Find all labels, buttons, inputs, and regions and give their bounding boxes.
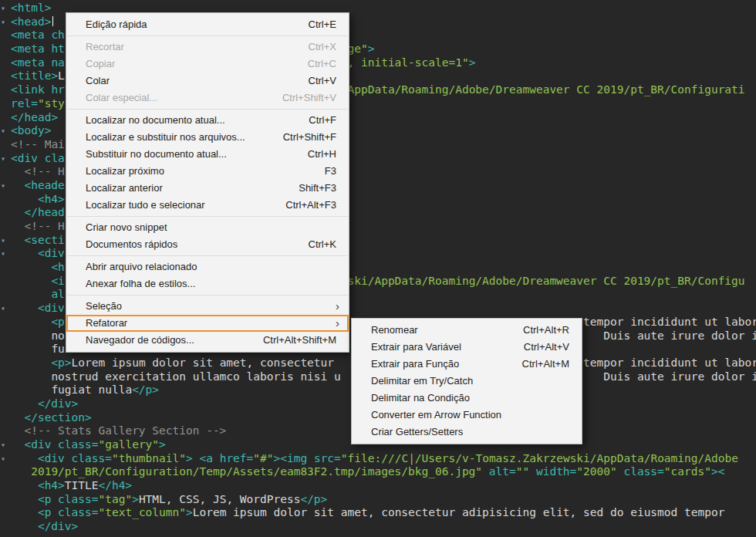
code-token: "" [516, 465, 529, 478]
fold-arrow-icon[interactable]: ▾ [1, 17, 5, 27]
menu-item-label: Localizar próximo [86, 163, 164, 180]
submenu-item-renomear[interactable]: RenomearCtrl+Alt+R [352, 322, 582, 339]
code-token: <div [38, 247, 65, 259]
code-line[interactable]: ▾<div class="thumbnail"> <a href="#"><im… [0, 452, 756, 466]
code-token: </p> [132, 383, 159, 396]
menu-item-refatorar[interactable]: Refatorar› [66, 315, 349, 332]
code-token: <!-- H [24, 165, 64, 177]
code-token: "tag" [99, 493, 133, 505]
menu-item-shortcut: F3 [325, 163, 336, 180]
code-token: <h [51, 261, 64, 273]
code-token: class= [58, 506, 98, 518]
submenu-item-criar-getters-setters[interactable]: Criar Getters/Setters [352, 424, 582, 441]
fold-arrow-icon[interactable]: ▾ [1, 3, 5, 13]
code-run: <div class="thumbnail"> <a href="#"><img… [38, 452, 738, 466]
code-run: <div [38, 247, 65, 261]
submenu-item-extrair-para-funcao[interactable]: Extrair para FunçãoCtrl+Alt+M [352, 356, 582, 373]
code-run: <secti [24, 234, 64, 248]
code-run: ski/AppData/Roaming/Adobe/Dreamweaver CC… [348, 275, 745, 289]
code-token: class= [58, 438, 98, 451]
menu-item-anexar-folha-de-estilos[interactable]: Anexar folha de estilos... [66, 275, 349, 292]
menu-item-documentos-rapidos[interactable]: Documentos rápidosCtrl+K [66, 236, 349, 253]
code-token: </head [24, 206, 64, 218]
menu-item-abrir-arquivo-relacionado[interactable]: Abrir arquivo relacionado [66, 258, 349, 275]
refactor-submenu: RenomearCtrl+Alt+RExtrair para VariávelC… [351, 318, 582, 444]
code-token: </section> [24, 411, 91, 424]
code-token: src= [314, 452, 341, 464]
code-token: "file:///C|/Users/v-Tomasz.Zakrzewski/Ap… [341, 452, 738, 464]
menu-item-shortcut: Ctrl+Alt+Shift+M [263, 332, 336, 349]
menu-item-selecao[interactable]: Seleção› [66, 298, 349, 315]
code-run: <p>Lorem ipsum dolor sit amet, consectet… [51, 356, 340, 370]
menu-item-localizar-tudo-e-selecionar[interactable]: Localizar tudo e selecionarCtrl+Alt+F3 [66, 197, 349, 214]
code-token: AppData/Roaming/Adobe/Dreamweaver CC 201… [348, 83, 745, 96]
menu-item-label: Delimitar na Condição [371, 390, 470, 407]
code-token: fu [51, 343, 64, 355]
menu-item-criar-novo-snippet[interactable]: Criar novo snippet [66, 219, 349, 236]
menu-item-localizar-anterior[interactable]: Localizar anteriorShift+F3 [66, 180, 349, 197]
submenu-item-extrair-para-variavel[interactable]: Extrair para VariávelCtrl+Alt+V [352, 339, 582, 356]
code-run: <p [51, 316, 64, 329]
menu-item-label: Criar Getters/Setters [371, 424, 463, 441]
code-token: <title> [11, 69, 58, 82]
code-run: , initial-scale=1"> [348, 56, 476, 70]
code-token: "gallery" [99, 438, 160, 451]
code-run: <body> [11, 124, 51, 138]
menu-item-shortcut: Ctrl+X [309, 39, 336, 56]
fold-arrow-icon[interactable]: ▾ [1, 235, 5, 245]
menu-item-label: Localizar no documento atual... [86, 112, 225, 129]
code-token: "sty [38, 97, 65, 110]
code-run: </head> [11, 111, 58, 125]
submenu-item-delimitar-em-try-catch[interactable]: Delimitar em Try/Catch [352, 373, 582, 390]
menu-item-localizar-e-substituir-nos-arquivos[interactable]: Localizar e substituir nos arquivos...Ct… [66, 129, 349, 146]
code-token: <head> [11, 15, 51, 28]
menu-item-edicao-rapida[interactable]: Edição rápidaCtrl+E [66, 16, 349, 33]
code-token: <!-- Stats Gallery Section --> [24, 424, 226, 437]
code-line[interactable]: <p class="tag">HTML, CSS, JS, WordPress<… [0, 493, 756, 507]
fold-arrow-icon[interactable]: ▾ [1, 303, 5, 313]
menu-item-localizar-no-documento-atual[interactable]: Localizar no documento atual...Ctrl+F [66, 112, 349, 129]
fold-arrow-icon[interactable]: ▾ [1, 454, 5, 464]
submenu-item-converter-em-arrow-function[interactable]: Converter em Arrow Function [352, 407, 582, 424]
code-line[interactable]: <h4>TITLE</h4> [0, 479, 756, 493]
code-token: > [159, 438, 166, 451]
code-token: <a [199, 452, 219, 464]
code-token: > [186, 506, 193, 518]
fold-arrow-icon[interactable]: ▾ [1, 181, 5, 191]
fold-arrow-icon[interactable]: ▾ [1, 440, 5, 450]
code-token: <p [51, 316, 64, 328]
menu-item-label: Localizar tudo e selecionar [86, 197, 205, 214]
menu-item-shortcut: Ctrl+K [309, 236, 336, 253]
code-token: <body> [11, 124, 51, 137]
code-run: <head> [11, 15, 53, 29]
code-token: > [274, 452, 281, 464]
code-token: , initial-scale=1" [348, 56, 469, 69]
submenu-arrow-icon: › [336, 315, 339, 331]
code-run: <html> [11, 2, 51, 15]
code-token: <img [280, 452, 314, 464]
menu-item-shortcut: Ctrl+Alt+R [523, 322, 569, 339]
submenu-item-delimitar-na-condicao[interactable]: Delimitar na Condição [352, 390, 582, 407]
code-run: <!-- Mai [11, 138, 65, 152]
fold-arrow-icon[interactable]: ▾ [1, 126, 5, 136]
menu-item-label: Copiar [86, 56, 115, 73]
code-line[interactable]: 2019/pt_BR/Configuration/Temp/Assets/eam… [0, 465, 756, 479]
code-run: <!-- H [24, 165, 64, 179]
code-token: "text_column" [99, 506, 187, 518]
fold-arrow-icon[interactable]: ▾ [1, 154, 5, 164]
menu-item-substituir-no-documento-atual[interactable]: Substituir no documento atual...Ctrl+H [66, 146, 349, 163]
code-run: <h [51, 261, 64, 275]
menu-item-colar[interactable]: ColarCtrl+V [66, 73, 349, 90]
menu-item-localizar-proximo[interactable]: Localizar próximoF3 [66, 163, 349, 180]
menu-item-shortcut: Ctrl+Alt+M [522, 356, 569, 373]
menu-item-navegador-de-codigos[interactable]: Navegador de códigos...Ctrl+Alt+Shift+M [66, 332, 349, 349]
code-token: </head> [11, 111, 58, 123]
fold-arrow-icon[interactable]: ▾ [1, 248, 5, 258]
code-line[interactable]: <p class="text_column">Lorem ipsum dolor… [0, 506, 756, 520]
code-token: Duis aute irure dolor ir [603, 370, 756, 383]
code-token: ski/AppData/Roaming/Adobe/Dreamweaver CC… [348, 275, 745, 287]
code-token: <!-- H [24, 220, 64, 232]
code-token: </p> [300, 493, 327, 505]
code-line[interactable]: </div> [0, 520, 756, 534]
menu-item-label: Renomear [371, 322, 418, 339]
